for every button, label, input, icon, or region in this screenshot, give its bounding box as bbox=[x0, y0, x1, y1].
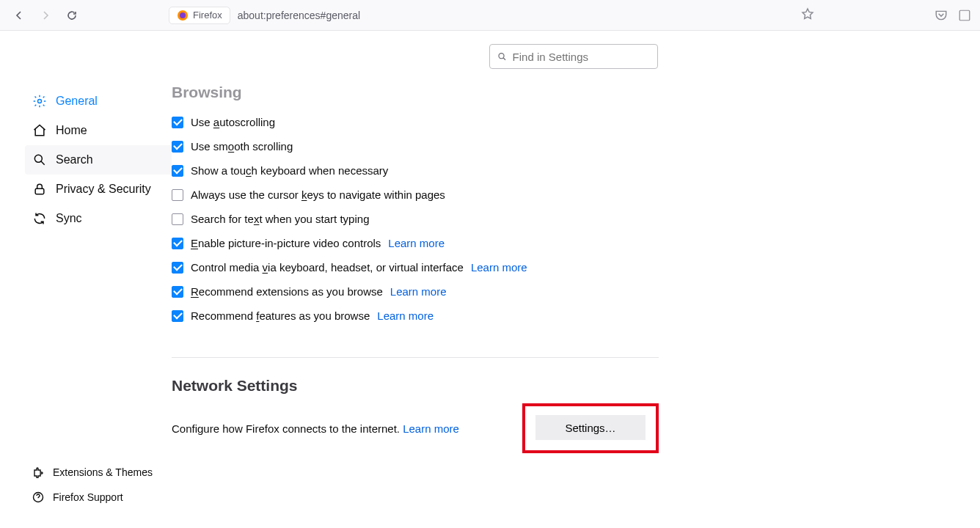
checkbox[interactable] bbox=[172, 189, 183, 201]
option-label[interactable]: Always use the cursor keys to navigate w… bbox=[191, 188, 445, 201]
checkbox[interactable] bbox=[172, 213, 183, 225]
browsing-option: Search for text when you start typing bbox=[172, 207, 659, 231]
section-divider bbox=[172, 357, 659, 358]
url-text: about:preferences#general bbox=[238, 10, 360, 21]
learn-more-link[interactable]: Learn more bbox=[471, 261, 527, 274]
help-icon bbox=[32, 491, 44, 503]
option-label[interactable]: Recommend extensions as you browse bbox=[191, 285, 383, 298]
puzzle-icon bbox=[32, 466, 44, 478]
toolbar-right-icons bbox=[935, 9, 971, 22]
option-label[interactable]: Search for text when you start typing bbox=[191, 213, 369, 225]
option-label[interactable]: Control media via keyboard, headset, or … bbox=[191, 261, 464, 274]
browsing-option: Enable picture-in-picture video controls… bbox=[172, 231, 659, 255]
sidebar-item-home[interactable]: Home bbox=[25, 116, 172, 145]
lock-icon bbox=[32, 182, 47, 197]
sidebar-item-label: Search bbox=[56, 153, 93, 166]
sidebar-bottom: Extensions & Themes Firefox Support bbox=[25, 463, 160, 506]
network-learn-more[interactable]: Learn more bbox=[403, 422, 459, 435]
browsing-option: Use autoscrolling bbox=[172, 110, 659, 134]
option-label[interactable]: Recommend features as you browse bbox=[191, 309, 370, 322]
firefox-logo-icon bbox=[177, 10, 189, 21]
option-label[interactable]: Use autoscrolling bbox=[191, 116, 275, 128]
bottom-link-label: Firefox Support bbox=[53, 491, 123, 503]
learn-more-link[interactable]: Learn more bbox=[388, 237, 445, 249]
option-label[interactable]: Show a touch keyboard when necessary bbox=[191, 164, 388, 177]
browser-toolbar: Firefox about:preferences#general bbox=[0, 0, 980, 31]
svg-rect-5 bbox=[35, 188, 44, 194]
checkbox[interactable] bbox=[172, 141, 183, 153]
checkbox[interactable] bbox=[172, 286, 183, 298]
section-title-network: Network Settings bbox=[172, 377, 659, 395]
svg-rect-2 bbox=[959, 10, 970, 21]
settings-search[interactable] bbox=[489, 44, 658, 69]
svg-point-4 bbox=[34, 155, 42, 162]
checkbox[interactable] bbox=[172, 238, 183, 249]
sidebar-item-search[interactable]: Search bbox=[25, 145, 172, 175]
checkbox[interactable] bbox=[172, 117, 183, 128]
section-title-browsing: Browsing bbox=[172, 84, 659, 101]
application-menu-icon[interactable] bbox=[958, 9, 971, 22]
preferences-sidebar: General Home Search Privacy & Security S… bbox=[0, 31, 172, 528]
sidebar-item-label: Home bbox=[56, 124, 87, 137]
browsing-option: Show a touch keyboard when necessary bbox=[172, 158, 659, 183]
sidebar-item-label: Privacy & Security bbox=[56, 183, 151, 196]
svg-point-1 bbox=[180, 12, 186, 18]
option-label[interactable]: Use smooth scrolling bbox=[191, 140, 293, 153]
url-bar[interactable]: Firefox about:preferences#general bbox=[169, 7, 360, 24]
main-area: General Home Search Privacy & Security S… bbox=[0, 31, 980, 528]
network-desc: Configure how Firefox connects to the in… bbox=[172, 422, 400, 435]
learn-more-link[interactable]: Learn more bbox=[390, 285, 447, 298]
sync-icon bbox=[32, 211, 47, 226]
reload-button[interactable] bbox=[62, 5, 82, 26]
checkbox[interactable] bbox=[172, 262, 183, 274]
forward-button[interactable] bbox=[35, 5, 56, 26]
svg-point-3 bbox=[38, 100, 42, 103]
sidebar-item-general[interactable]: General bbox=[25, 87, 172, 116]
search-icon bbox=[497, 51, 507, 62]
back-button[interactable] bbox=[9, 5, 29, 26]
sidebar-item-sync[interactable]: Sync bbox=[25, 204, 172, 233]
settings-search-input[interactable] bbox=[513, 51, 650, 63]
sidebar-link-support[interactable]: Firefox Support bbox=[25, 488, 160, 506]
annotation-highlight: Settings… bbox=[522, 403, 659, 453]
sidebar-item-label: Sync bbox=[56, 212, 82, 225]
sidebar-item-label: General bbox=[56, 95, 98, 108]
sidebar-item-privacy[interactable]: Privacy & Security bbox=[25, 175, 172, 204]
browsing-option: Always use the cursor keys to navigate w… bbox=[172, 183, 659, 207]
browsing-option: Use smooth scrolling bbox=[172, 134, 659, 158]
option-label[interactable]: Enable picture-in-picture video controls bbox=[191, 237, 381, 249]
bookmark-star-icon[interactable] bbox=[801, 7, 814, 23]
network-row: Configure how Firefox connects to the in… bbox=[172, 403, 659, 453]
sidebar-link-extensions[interactable]: Extensions & Themes bbox=[25, 463, 160, 481]
bottom-link-label: Extensions & Themes bbox=[53, 466, 153, 478]
svg-point-7 bbox=[499, 54, 504, 59]
browsing-option: Control media via keyboard, headset, or … bbox=[172, 255, 659, 279]
network-settings-button[interactable]: Settings… bbox=[535, 415, 646, 440]
preferences-content: Browsing Use autoscrollingUse smooth scr… bbox=[172, 31, 980, 528]
browsing-option: Recommend features as you browseLearn mo… bbox=[172, 304, 659, 328]
browsing-section: Browsing Use autoscrollingUse smooth scr… bbox=[172, 84, 659, 453]
identity-box[interactable]: Firefox bbox=[169, 7, 230, 24]
checkbox[interactable] bbox=[172, 165, 183, 177]
search-icon bbox=[32, 153, 47, 167]
identity-label: Firefox bbox=[193, 10, 222, 21]
pocket-icon[interactable] bbox=[935, 9, 948, 22]
home-icon bbox=[32, 123, 47, 138]
learn-more-link[interactable]: Learn more bbox=[377, 309, 434, 322]
checkbox[interactable] bbox=[172, 310, 183, 322]
gear-icon bbox=[32, 94, 47, 109]
browsing-option: Recommend extensions as you browseLearn … bbox=[172, 279, 659, 304]
